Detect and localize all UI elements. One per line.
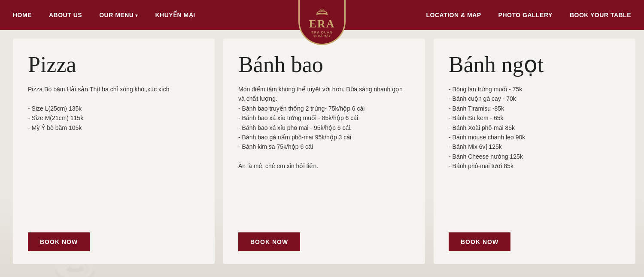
pizza-book-now-button[interactable]: BOOK NOW: [28, 232, 90, 251]
main-content: 🍷 Pizza Pizza Bò băm,Hải sản,Thịt ba chỉ…: [0, 30, 644, 277]
banh-bao-book-now-button[interactable]: BOOK NOW: [238, 232, 300, 251]
pizza-description: Pizza Bò băm,Hải sản,Thịt ba chỉ xông kh…: [28, 84, 200, 175]
pizza-card: Pizza Pizza Bò băm,Hải sản,Thịt ba chỉ x…: [13, 39, 215, 264]
pizza-title: Pizza: [28, 54, 200, 76]
nav-promotions[interactable]: KHUYẾN MẠI: [155, 12, 195, 18]
nav-right: LOCATION & MAP PHOTO GALLERY BOOK YOUR T…: [426, 12, 631, 18]
nav-gallery[interactable]: PHOTO GALLERY: [498, 12, 553, 18]
logo-sub2: 44 HÀ MÂY: [313, 34, 331, 37]
nav-book-table[interactable]: BOOK YOUR TABLE: [570, 12, 631, 18]
svg-point-1: [320, 9, 324, 12]
logo[interactable]: ERA ERA QUÁN 44 HÀ MÂY: [298, 0, 346, 45]
navbar: HOME ABOUT US OUR MENU KHUYẾN MẠI ERA ER…: [0, 0, 644, 30]
banh-ngot-card: Bánh ngọt - Bông lan trứng muối - 75k - …: [434, 39, 635, 264]
banh-bao-title: Bánh bao: [238, 54, 410, 76]
nav-menu[interactable]: OUR MENU: [99, 12, 138, 18]
nav-about[interactable]: ABOUT US: [49, 12, 82, 18]
banh-ngot-description: - Bông lan trứng muối - 75k - Bánh cuộn …: [449, 84, 620, 217]
banh-bao-description: Món điểm tâm không thể tuyệt vời hơn. Bữ…: [238, 84, 410, 217]
svg-point-0: [316, 13, 328, 15]
nav-home[interactable]: HOME: [13, 12, 32, 18]
logo-sub1: ERA QUÁN: [311, 30, 332, 34]
banh-ngot-title: Bánh ngọt: [449, 54, 620, 76]
logo-dish-icon: [316, 6, 328, 18]
banh-bao-card: Bánh bao Món điểm tâm không thể tuyệt vờ…: [223, 39, 425, 264]
logo-brand: ERA: [309, 18, 335, 30]
banh-ngot-book-now-button[interactable]: BOOK NOW: [449, 232, 510, 251]
nav-location[interactable]: LOCATION & MAP: [426, 12, 481, 18]
nav-left: HOME ABOUT US OUR MENU KHUYẾN MẠI: [13, 12, 195, 18]
